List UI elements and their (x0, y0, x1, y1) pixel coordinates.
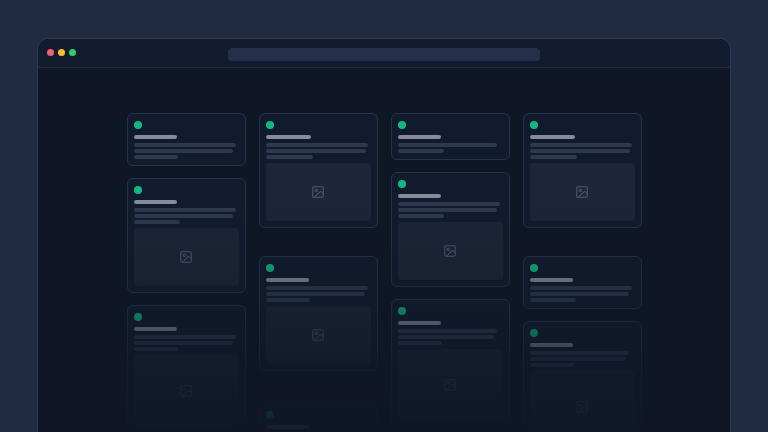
feed-card[interactable] (391, 113, 510, 160)
feed-card[interactable] (391, 172, 510, 287)
status-dot (266, 264, 274, 272)
skeleton-title (266, 425, 309, 429)
image-placeholder (398, 349, 503, 421)
feed-card[interactable] (127, 178, 246, 293)
window-controls (47, 49, 76, 56)
image-icon (443, 378, 457, 392)
skeleton-line (134, 220, 180, 224)
grid-column (259, 113, 378, 432)
image-placeholder (398, 222, 503, 280)
skeleton-line (398, 208, 498, 212)
skeleton-line (266, 155, 313, 159)
feed-card[interactable] (391, 299, 510, 428)
skeleton-title (530, 278, 573, 282)
image-placeholder (530, 163, 635, 221)
status-dot (530, 264, 538, 272)
image-icon (443, 244, 457, 258)
skeleton-line (134, 335, 237, 339)
skeleton-title (398, 135, 441, 139)
skeleton-line (134, 149, 234, 153)
skeleton-line (530, 363, 574, 367)
image-icon (311, 185, 325, 199)
grid-column (523, 113, 642, 432)
browser-window (37, 38, 731, 432)
feed-card[interactable] (523, 256, 642, 309)
skeleton-line (134, 341, 234, 345)
skeleton-line (398, 214, 444, 218)
feed-card[interactable] (259, 113, 378, 228)
skeleton-line (134, 208, 237, 212)
skeleton-line (398, 143, 498, 147)
skeleton-title (134, 200, 177, 204)
skeleton-title (266, 278, 309, 282)
minimize-button[interactable] (58, 49, 65, 56)
status-dot (398, 121, 406, 129)
image-icon (575, 185, 589, 199)
skeleton-line (530, 286, 633, 290)
skeleton-line (530, 351, 630, 355)
skeleton-line (398, 149, 444, 153)
feed-card[interactable] (259, 403, 378, 432)
image-icon (311, 328, 325, 342)
status-dot (398, 180, 406, 188)
skeleton-title (266, 135, 311, 139)
image-placeholder (266, 306, 371, 364)
grid-column (127, 113, 246, 432)
skeleton-title (134, 135, 177, 139)
skeleton-line (398, 202, 501, 206)
feed-card[interactable] (127, 305, 246, 432)
skeleton-line (530, 149, 631, 153)
status-dot (530, 121, 538, 129)
status-dot (266, 411, 274, 419)
skeleton-line (530, 143, 633, 147)
skeleton-line (134, 347, 178, 351)
status-dot (134, 186, 142, 194)
skeleton-line (530, 292, 630, 296)
card-grid (38, 68, 730, 432)
maximize-button[interactable] (69, 49, 76, 56)
window-titlebar (38, 39, 730, 68)
status-dot (134, 121, 142, 129)
feed-card[interactable] (127, 113, 246, 166)
status-dot (266, 121, 274, 129)
close-button[interactable] (47, 49, 54, 56)
image-icon (179, 384, 193, 398)
skeleton-line (134, 143, 237, 147)
skeleton-line (266, 286, 369, 290)
feed-card[interactable] (259, 256, 378, 371)
skeleton-line (398, 335, 495, 339)
skeleton-line (530, 155, 577, 159)
status-dot (530, 329, 538, 337)
skeleton-line (530, 357, 627, 361)
skeleton-line (398, 329, 498, 333)
skeleton-title (398, 194, 441, 198)
skeleton-line (266, 298, 310, 302)
image-placeholder (134, 355, 239, 427)
skeleton-line (134, 155, 178, 159)
image-placeholder (266, 163, 371, 221)
skeleton-title (134, 327, 177, 331)
skeleton-title (530, 135, 575, 139)
image-icon (575, 400, 589, 414)
feed-card[interactable] (523, 321, 642, 432)
url-bar[interactable] (228, 48, 540, 61)
skeleton-line (266, 143, 369, 147)
status-dot (398, 307, 406, 315)
grid-column (391, 113, 510, 432)
skeleton-title (530, 343, 573, 347)
skeleton-line (134, 214, 234, 218)
feed-card[interactable] (523, 113, 642, 228)
image-placeholder (530, 371, 635, 432)
status-dot (134, 313, 142, 321)
skeleton-line (530, 298, 576, 302)
image-placeholder (134, 228, 239, 286)
image-icon (179, 250, 193, 264)
skeleton-title (398, 321, 441, 325)
skeleton-line (398, 341, 442, 345)
skeleton-line (266, 292, 366, 296)
skeleton-line (266, 149, 367, 153)
